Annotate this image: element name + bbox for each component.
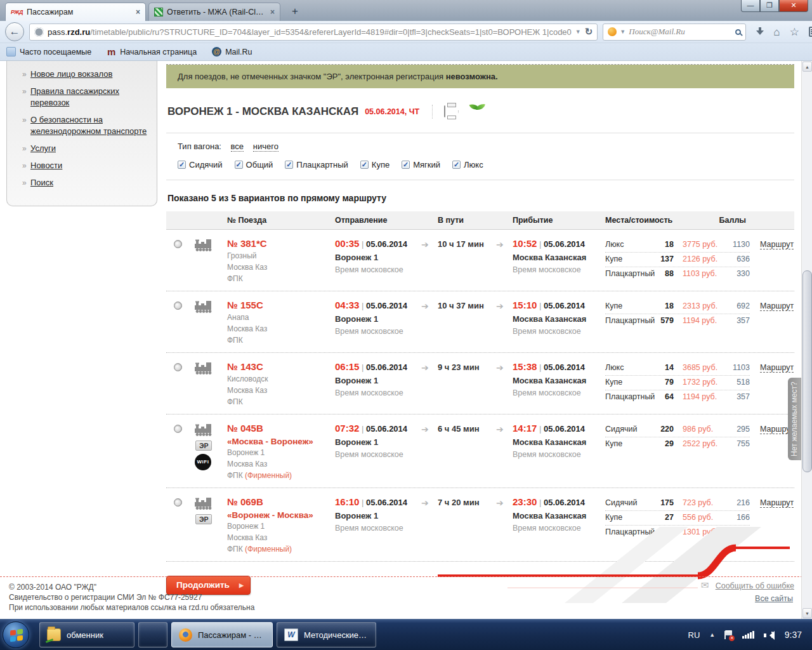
seat-class-label: Купе <box>605 301 656 312</box>
seat-count: 137 <box>656 254 674 265</box>
train-number-link[interactable]: № 381*С <box>227 238 267 249</box>
seat-price-link[interactable]: 986 руб. <box>674 424 724 435</box>
train-select-radio[interactable] <box>174 363 182 371</box>
sidebar-link[interactable]: О безопасности на железнодорожном трансп… <box>30 115 147 136</box>
route-link[interactable]: Маршрут <box>760 498 794 508</box>
hidden-icons-arrow[interactable]: ▲ <box>709 632 715 638</box>
url-dropdown-icon[interactable]: ▼ <box>575 29 581 35</box>
folder-icon <box>47 628 61 641</box>
seat-price-link[interactable]: 556 руб. <box>674 512 724 523</box>
taskbar-button-word[interactable]: Методические ре... <box>277 622 376 647</box>
clipboard-icon[interactable] <box>809 27 812 37</box>
seat-price-link[interactable]: 723 руб. <box>674 498 724 508</box>
sidebar-link[interactable]: Новое лицо вокзалов <box>30 69 112 79</box>
seat-price-link[interactable]: 2126 руб. <box>674 254 724 265</box>
seat-price-link[interactable]: 2522 руб. <box>674 439 724 449</box>
sidebar-link[interactable]: Поиск <box>30 178 53 187</box>
departure-date: 05.06.2014 <box>366 239 407 249</box>
train-number-link[interactable]: № 143С <box>227 361 263 372</box>
language-indicator[interactable]: RU <box>688 630 700 640</box>
wifi-icon: WiFi <box>195 454 211 470</box>
seat-points: 692 <box>724 301 750 312</box>
sidebar-link[interactable]: Правила пассажирских перевозок <box>30 86 119 107</box>
checkbox-icon[interactable]: ✓ <box>452 161 461 169</box>
volume-icon[interactable] <box>764 631 775 639</box>
seat-price-link[interactable]: 1194 руб. <box>674 392 724 402</box>
checkbox-icon[interactable]: ✓ <box>402 161 410 169</box>
back-button[interactable]: ← <box>5 22 24 41</box>
sidebar-link[interactable]: Услуги <box>30 143 56 153</box>
reload-icon[interactable]: ↻ <box>585 26 593 37</box>
route-link[interactable]: Маршрут <box>760 302 794 311</box>
car-type-checkbox-Люкс[interactable]: ✓Люкс <box>452 160 483 169</box>
tab-close-icon[interactable]: × <box>270 8 275 17</box>
seat-price-link[interactable]: 2313 руб. <box>674 301 724 312</box>
checkbox-icon[interactable]: ✓ <box>285 161 293 169</box>
car-type-checkbox-Мягкий[interactable]: ✓Мягкий <box>402 160 440 169</box>
sidebar-link[interactable]: Новости <box>30 161 62 170</box>
seat-price-link[interactable]: 1103 руб. <box>674 269 724 279</box>
train-select-radio[interactable] <box>174 498 182 507</box>
car-type-checkbox-Сидячий[interactable]: ✓Сидячий <box>178 160 223 169</box>
departure-date: 05.06.2014 <box>366 301 407 310</box>
seat-price-link[interactable]: 1732 руб. <box>674 377 724 388</box>
taskbar-button-folder[interactable]: обменник <box>39 622 134 647</box>
train-route-point: Кисловодск <box>227 374 335 384</box>
home-icon[interactable]: ⌂ <box>773 27 780 37</box>
car-type-checkbox-Плацкартный[interactable]: ✓Плацкартный <box>285 160 348 169</box>
search-input[interactable]: ▼ Поиск@Mail.Ru <box>603 23 746 41</box>
scroll-down-icon[interactable]: ▼ <box>802 608 812 618</box>
train-number-link[interactable]: № 069В <box>227 496 263 507</box>
minimize-button[interactable]: — <box>741 0 760 12</box>
seat-price-link[interactable]: 1301 руб. <box>674 527 724 538</box>
restore-button[interactable]: ❐ <box>760 0 779 12</box>
select-all-link[interactable]: все <box>231 142 244 152</box>
downloads-icon[interactable] <box>756 27 764 36</box>
route-link[interactable]: Маршрут <box>760 363 794 373</box>
seat-price-link[interactable]: 1194 руб. <box>674 315 724 326</box>
bookmark-mailru-at[interactable]: @Mail.Ru <box>212 47 252 56</box>
search-icon[interactable] <box>735 29 741 35</box>
tab-passengers[interactable]: РЖД Пассажирам × <box>5 3 146 21</box>
route-link[interactable]: Маршрут <box>760 240 794 249</box>
seat-price-link[interactable]: 3775 руб. <box>674 239 724 250</box>
print-button[interactable] <box>432 105 445 119</box>
no-seats-side-tab[interactable]: Нет желаемых мест? <box>788 378 801 460</box>
all-sites-link[interactable]: Все сайты <box>755 594 793 603</box>
eco-button[interactable] <box>458 110 470 113</box>
start-button[interactable] <box>3 621 29 648</box>
checkbox-icon[interactable]: ✓ <box>235 161 243 169</box>
scrollbar[interactable]: ▲ ▼ <box>801 61 812 619</box>
footer-line: При использовании любых материалов ссылк… <box>9 603 812 612</box>
train-select-radio[interactable] <box>174 240 182 248</box>
train-number-link[interactable]: № 045В <box>227 423 263 434</box>
network-icon[interactable] <box>742 631 754 639</box>
train-number-link[interactable]: № 155С <box>227 300 263 310</box>
taskbar-button-firefox[interactable]: Пассажирам - Mo... <box>171 622 273 647</box>
seat-price-link[interactable]: 3685 руб. <box>674 362 724 373</box>
arrow-icon: ➔ <box>496 238 513 249</box>
scrollbar-thumb[interactable] <box>802 270 812 472</box>
train-select-radio[interactable] <box>174 302 182 310</box>
bookmark-frequently-visited[interactable]: Часто посещаемые <box>6 47 91 56</box>
select-none-link[interactable]: ничего <box>253 142 278 152</box>
window-controls: — ❐ ✕ <box>741 0 808 12</box>
car-type-checkbox-Общий[interactable]: ✓Общий <box>235 160 273 169</box>
action-center-flag-icon[interactable] <box>724 630 733 639</box>
checkbox-icon[interactable]: ✓ <box>360 161 369 169</box>
search-engine-dropdown-icon[interactable]: ▼ <box>620 29 625 35</box>
new-tab-button[interactable]: + <box>287 4 303 19</box>
url-bar[interactable]: pass.rzd.ru/timetable/public/ru?STRUCTUR… <box>29 23 598 41</box>
tab-close-icon[interactable]: × <box>136 8 140 17</box>
scroll-up-icon[interactable]: ▲ <box>802 62 812 72</box>
close-button[interactable]: ✕ <box>779 0 808 12</box>
search-engine-icon[interactable] <box>608 27 617 36</box>
car-type-checkbox-Купе[interactable]: ✓Купе <box>360 160 390 169</box>
bookmarks-star-icon[interactable]: ☆ <box>790 27 799 37</box>
bookmark-mail-m[interactable]: mНачальная страница <box>107 47 197 56</box>
checkbox-icon[interactable]: ✓ <box>178 161 186 169</box>
taskbar-button-media-player[interactable] <box>138 622 167 647</box>
tab-rail-club[interactable]: Ответить - МЖА (Rail-Club.... × <box>148 3 280 21</box>
train-select-radio[interactable] <box>174 425 182 433</box>
seat-points: 389 <box>724 527 750 538</box>
